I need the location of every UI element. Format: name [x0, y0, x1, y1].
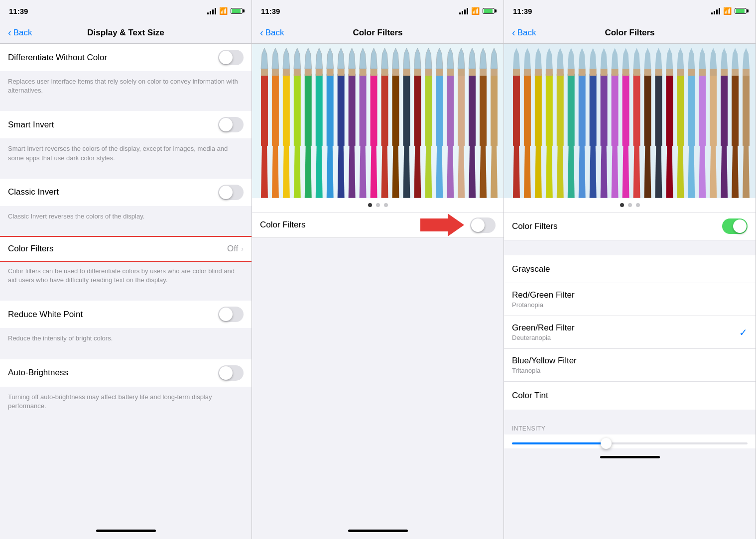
svg-rect-112 [568, 74, 575, 146]
red-arrow-svg [420, 213, 465, 237]
svg-rect-100 [535, 74, 542, 146]
toggle-thumb-differentiate [219, 51, 233, 64]
filter-ct-label: Color Tint [512, 391, 748, 401]
row-classic-invert[interactable]: Classic Invert [0, 179, 252, 206]
dot-2-1 [368, 203, 372, 207]
toggle-smart-invert[interactable] [218, 117, 244, 132]
group-reduce-white-point: Reduce White Point [0, 301, 252, 328]
wifi-icon-1: 📶 [219, 7, 228, 15]
toggle-classic-invert[interactable] [218, 185, 244, 200]
filter-green-red[interactable]: Green/Red Filter Deuteranopia ✓ [504, 316, 756, 349]
toggle-cf-2[interactable] [470, 217, 496, 233]
svg-rect-121 [590, 69, 597, 76]
svg-rect-87 [491, 69, 498, 76]
back-label-3: Back [517, 28, 536, 38]
status-time-2: 11:39 [261, 7, 280, 15]
svg-rect-173 [732, 69, 739, 76]
svg-rect-18 [305, 74, 312, 146]
label-smart-invert: Smart Invert [8, 120, 218, 130]
label-reduce-white-point: Reduce White Point [8, 310, 218, 320]
svg-rect-23 [316, 69, 323, 76]
settings-content-1: Differentiate Without Color Replaces use… [0, 44, 252, 522]
home-bar-2 [348, 530, 408, 532]
svg-rect-31 [338, 69, 345, 76]
status-icons-1: 📶 [207, 7, 243, 15]
home-indicator-3 [504, 448, 756, 465]
row-differentiate[interactable]: Differentiate Without Color [0, 44, 252, 71]
filter-gr-label: Green/Red Filter [512, 323, 739, 333]
toggle-cf-3[interactable] [722, 218, 748, 234]
sep-1 [0, 101, 252, 111]
svg-rect-125 [601, 69, 608, 76]
row-auto-brightness[interactable]: Auto-Brightness [0, 359, 252, 387]
svg-rect-43 [371, 69, 378, 76]
pencils-image-2 [252, 44, 504, 198]
svg-rect-97 [524, 69, 531, 76]
intensity-slider[interactable] [512, 442, 748, 444]
toggle-auto-brightness[interactable] [218, 365, 244, 381]
svg-rect-71 [447, 69, 454, 76]
svg-rect-67 [436, 69, 443, 76]
status-icons-2: 📶 [459, 7, 495, 15]
svg-rect-55 [403, 69, 410, 76]
status-time-3: 11:39 [513, 7, 532, 15]
home-indicator-2 [252, 522, 504, 539]
svg-rect-133 [623, 69, 630, 76]
svg-rect-96 [524, 74, 531, 146]
row-cf-3[interactable]: Color Filters [504, 213, 756, 240]
svg-rect-10 [283, 74, 290, 146]
svg-rect-120 [590, 74, 597, 146]
battery-icon-1 [231, 8, 243, 14]
back-button-2[interactable]: ‹ Back [260, 27, 284, 38]
filter-red-green[interactable]: Red/Green Filter Protanopia [504, 283, 756, 316]
svg-rect-149 [666, 69, 673, 76]
sep-4 [0, 291, 252, 301]
svg-rect-82 [480, 74, 487, 146]
filter-rg-label: Red/Green Filter [512, 290, 748, 300]
back-button-3[interactable]: ‹ Back [512, 27, 536, 38]
group-classic-invert: Classic Invert [0, 179, 252, 206]
label-cf-3: Color Filters [512, 221, 722, 231]
chevron-color-filters: › [241, 245, 244, 253]
filter-by-label: Blue/Yellow Filter [512, 356, 748, 366]
sep-3 [0, 227, 252, 237]
svg-rect-156 [688, 74, 695, 146]
svg-rect-70 [447, 74, 454, 146]
intensity-slider-thumb[interactable] [601, 438, 612, 449]
row-color-filters[interactable]: Color Filters Off › [0, 237, 252, 261]
svg-rect-148 [666, 74, 673, 146]
svg-rect-132 [623, 74, 630, 146]
svg-rect-2 [261, 74, 268, 146]
svg-rect-47 [381, 69, 388, 76]
back-chevron-2: ‹ [260, 27, 263, 38]
svg-marker-89 [420, 214, 464, 236]
filter-grayscale[interactable]: Grayscale [504, 255, 756, 283]
row-reduce-white-point[interactable]: Reduce White Point [0, 301, 252, 328]
svg-rect-144 [655, 74, 662, 146]
label-differentiate: Differentiate Without Color [8, 53, 218, 63]
svg-rect-11 [283, 69, 290, 76]
panel-display-text-size: 11:39 📶 ‹ Back Display & Text Size Dif [0, 0, 252, 539]
svg-rect-145 [655, 69, 662, 76]
filter-color-tint[interactable]: Color Tint [504, 382, 756, 410]
svg-rect-109 [557, 69, 564, 76]
pencils-image-3 [504, 44, 756, 198]
svg-rect-75 [458, 69, 465, 76]
nav-bar-2: ‹ Back Color Filters [252, 22, 504, 44]
status-icons-3: 📶 [711, 7, 747, 15]
svg-rect-92 [513, 74, 520, 146]
page-dots-2 [252, 198, 504, 212]
desc-color-filters: Color filters can be used to differentia… [0, 265, 252, 291]
toggle-differentiate[interactable] [218, 50, 244, 65]
toggle-cf-2-wrapper [470, 217, 504, 233]
signal-icon-3 [711, 8, 720, 14]
row-smart-invert[interactable]: Smart Invert [0, 111, 252, 138]
intensity-label: INTENSITY [512, 425, 545, 432]
status-bar-1: 11:39 📶 [0, 0, 252, 22]
svg-rect-42 [371, 74, 378, 146]
svg-rect-27 [327, 69, 334, 76]
settings-row-cf-2[interactable]: Color Filters [252, 213, 415, 237]
toggle-reduce-white-point[interactable] [218, 307, 244, 322]
filter-blue-yellow[interactable]: Blue/Yellow Filter Tritanopia [504, 349, 756, 382]
back-button-1[interactable]: ‹ Back [8, 27, 32, 38]
